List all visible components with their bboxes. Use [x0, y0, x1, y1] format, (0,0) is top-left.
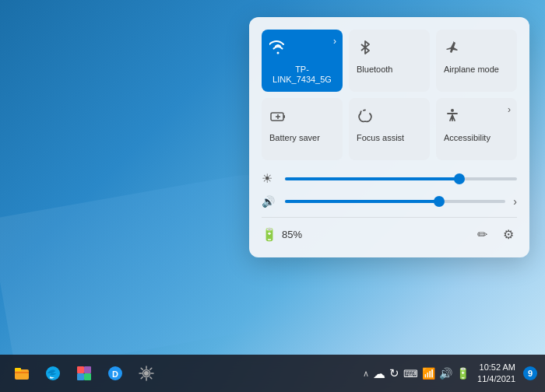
panel-action-buttons: ✏ ⚙ — [474, 224, 517, 245]
taskbar-settings[interactable] — [132, 359, 160, 387]
notification-button[interactable]: 9 — [523, 366, 537, 380]
taskbar-store[interactable] — [70, 359, 98, 387]
taskbar-file-explorer[interactable] — [8, 359, 36, 387]
network-icon[interactable]: 📶 — [422, 367, 435, 380]
bluetooth-icon — [357, 39, 374, 60]
airplane-icon — [444, 39, 461, 60]
edit-icon: ✏ — [477, 228, 487, 241]
brightness-thumb[interactable] — [454, 173, 465, 184]
brightness-track — [285, 177, 517, 180]
battery-saver-button-label: Battery saver — [269, 133, 320, 143]
accessibility-button-label: Accessibility — [444, 133, 490, 143]
accessibility-toggle-button[interactable]: Accessibility › — [436, 98, 517, 160]
svg-point-16 — [144, 371, 149, 376]
volume-sys-icon[interactable]: 🔊 — [439, 367, 452, 380]
svg-rect-11 — [84, 366, 91, 373]
hidden-icons-button[interactable]: ∧ — [363, 369, 369, 379]
battery-sys-icon[interactable]: 🔋 — [456, 367, 469, 380]
brightness-icon: ☀ — [262, 171, 277, 186]
edit-quick-settings-button[interactable]: ✏ — [474, 224, 490, 245]
taskbar: D ∧ ☁ ↻ ⌨ 📶 🔊 🔋 — [0, 355, 545, 392]
accessibility-arrow-icon: › — [508, 104, 511, 115]
battery-saver-toggle-button[interactable]: Battery saver — [262, 98, 343, 160]
focus-assist-toggle-button[interactable]: Focus assist — [349, 98, 430, 160]
notification-count: 9 — [528, 369, 533, 378]
taskbar-pinned-apps: D — [8, 359, 160, 387]
battery-icon: 🔋 — [262, 227, 277, 242]
svg-rect-12 — [77, 373, 84, 380]
quick-settings-panel: TP-LINK_7434_5G › Bluetooth — [249, 17, 529, 257]
quick-toggle-grid: TP-LINK_7434_5G › Bluetooth — [262, 30, 517, 160]
sync-icon[interactable]: ↻ — [389, 366, 399, 380]
volume-icon: 🔊 — [262, 195, 277, 208]
svg-rect-10 — [77, 366, 84, 373]
wifi-button-label: TP-LINK_7434_5G — [269, 65, 335, 85]
svg-rect-13 — [84, 373, 91, 380]
airplane-button-label: Airplane mode — [444, 65, 499, 75]
battery-percent: 85% — [282, 229, 302, 240]
svg-rect-8 — [15, 368, 21, 371]
open-settings-button[interactable]: ⚙ — [500, 224, 517, 245]
focus-assist-icon — [357, 107, 374, 128]
onedrive-icon[interactable]: ☁ — [373, 366, 385, 381]
clock-display[interactable]: 10:52 AM 11/4/2021 — [474, 360, 519, 387]
airplane-toggle-button[interactable]: Airplane mode — [436, 30, 517, 92]
taskbar-edge[interactable] — [39, 359, 67, 387]
focus-assist-button-label: Focus assist — [357, 133, 404, 143]
bluetooth-button-label: Bluetooth — [357, 65, 392, 75]
panel-bottom-bar: 🔋 85% ✏ ⚙ — [262, 217, 517, 245]
svg-rect-3 — [283, 115, 285, 118]
svg-point-6 — [451, 109, 454, 112]
clock-date: 11/4/2021 — [477, 373, 515, 385]
system-tray-icons: ∧ ☁ ↻ ⌨ 📶 🔊 🔋 — [363, 366, 469, 381]
keyboard-icon[interactable]: ⌨ — [403, 368, 418, 380]
taskbar-system-tray: ∧ ☁ ↻ ⌨ 📶 🔊 🔋 10:52 AM 11/4/2021 9 — [363, 360, 537, 387]
brightness-fill — [285, 177, 459, 180]
volume-fill — [285, 200, 439, 203]
wifi-toggle-button[interactable]: TP-LINK_7434_5G › — [262, 30, 343, 92]
battery-saver-icon — [269, 107, 287, 128]
wifi-arrow-icon: › — [333, 36, 336, 47]
desktop: TP-LINK_7434_5G › Bluetooth — [0, 0, 545, 392]
bluetooth-toggle-button[interactable]: Bluetooth — [349, 30, 430, 92]
volume-thumb[interactable] — [434, 196, 445, 207]
wifi-icon — [269, 39, 287, 60]
settings-icon: ⚙ — [503, 228, 514, 241]
taskbar-dell[interactable]: D — [101, 359, 129, 387]
volume-track — [285, 200, 505, 203]
accessibility-icon — [444, 107, 461, 128]
clock-time: 10:52 AM — [477, 362, 515, 373]
svg-text:D: D — [112, 369, 118, 379]
volume-slider-row: 🔊 › — [262, 195, 517, 208]
brightness-slider-row: ☀ — [262, 171, 517, 186]
battery-status: 🔋 85% — [262, 227, 302, 242]
volume-expand-icon[interactable]: › — [513, 195, 517, 208]
